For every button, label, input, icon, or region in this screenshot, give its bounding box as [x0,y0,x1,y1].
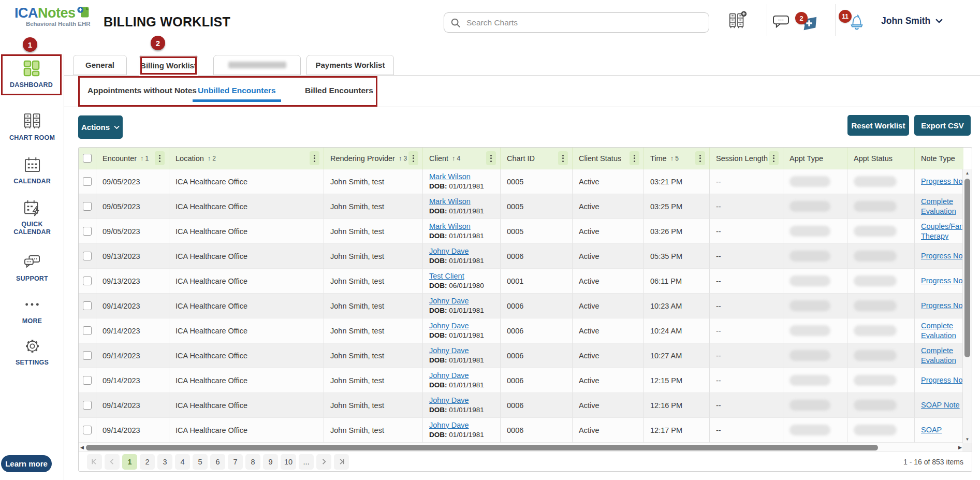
column-header-time[interactable]: Time ↑5 [644,148,710,169]
scroll-down-icon[interactable]: ▼ [963,437,972,442]
client-link[interactable]: Mark Wilson [429,222,471,231]
note-type-link[interactable]: Progress Note [921,375,963,385]
client-link[interactable]: Johny Dave [429,296,469,306]
sidebar-item-dashboard[interactable]: DASHBOARD [1,54,62,95]
client-link[interactable]: Johny Dave [429,321,469,331]
scroll-left-icon[interactable]: ◀ [80,445,84,450]
note-type-link[interactable]: Complete Evaluation [921,197,963,216]
row-checkbox[interactable] [83,426,92,434]
client-link[interactable]: Mark Wilson [429,197,471,207]
column-menu-icon[interactable] [310,151,319,165]
page-button-3[interactable]: 3 [157,454,172,470]
subtab-unbilled-encounters[interactable]: Unbilled Encounters [193,76,281,105]
vertical-scrollbar[interactable]: ▲ ▼ [962,169,972,443]
column-header-appt-status[interactable]: Appt Status [847,148,915,169]
row-checkbox[interactable] [83,252,92,260]
row-checkbox[interactable] [83,376,92,385]
note-type-link[interactable]: SOAP [921,425,942,435]
sidebar-item-chart-room[interactable]: CHART ROOM [0,108,64,149]
new-chart-button[interactable] [728,10,748,33]
column-header-client[interactable]: Client ↑4 [423,148,501,169]
note-type-link[interactable]: Complete Evaluation [921,346,963,366]
column-menu-icon[interactable] [558,151,568,165]
reset-worklist-button[interactable]: Reset Worklist [847,115,909,136]
column-header-appt-type[interactable]: Appt Type [783,148,847,169]
vertical-scroll-thumb[interactable] [964,179,970,357]
client-link[interactable]: Johny Dave [429,420,469,430]
sidebar-item-quick-calendar[interactable]: QUICK CALENDAR [0,195,64,236]
page-button-4[interactable]: 4 [175,454,190,470]
row-checkbox[interactable] [83,326,92,335]
user-menu[interactable]: John Smith [881,16,943,26]
client-link[interactable]: Mark Wilson [429,172,471,182]
search-input[interactable] [465,18,703,28]
page-button-6[interactable]: 6 [210,454,225,470]
app-logo[interactable]: ICANotes Behavioral Health EHR [14,6,91,27]
note-type-link[interactable]: Couples/Fam Therapy [921,222,963,241]
horizontal-scrollbar[interactable]: ◀ ▶ [79,443,963,452]
next-page-button[interactable] [316,454,331,470]
row-checkbox[interactable] [83,301,92,310]
column-menu-icon[interactable] [695,151,705,165]
column-header-location[interactable]: Location ↑2 [169,148,324,169]
tab-payments-worklist[interactable]: Payments Worklist [306,55,394,75]
column-menu-icon[interactable] [769,151,779,165]
column-menu-icon[interactable] [155,151,165,165]
client-link[interactable]: Johny Dave [429,246,469,256]
scroll-right-icon[interactable]: ▶ [958,445,962,450]
sidebar-item-more[interactable]: MORE [0,291,64,332]
note-type-link[interactable]: Progress Note [921,177,963,186]
actions-button[interactable]: Actions [78,115,123,139]
client-link[interactable]: Johny Dave [429,396,469,405]
sidebar-item-calendar[interactable]: CALENDAR [0,151,64,193]
last-page-button[interactable] [334,454,349,470]
row-checkbox[interactable] [83,277,92,285]
tab-general[interactable]: General [73,55,127,75]
subtab-appointments-without-notes[interactable]: Appointments without Notes [82,76,202,105]
messages-button[interactable] [772,14,789,31]
column-header-note-type[interactable]: Note Type [915,148,963,169]
search-bar[interactable] [444,12,709,33]
first-page-button[interactable] [87,454,102,470]
page-button-1[interactable]: 1 [122,454,137,470]
page-button-2[interactable]: 2 [140,454,155,470]
client-link[interactable]: Johny Dave [429,346,469,356]
page-button-8[interactable]: 8 [245,454,260,470]
sidebar-item-support[interactable]: SUPPORT [0,249,64,290]
page-button-9[interactable]: 9 [263,454,278,470]
select-all-checkbox[interactable] [83,154,92,163]
page-button-7[interactable]: 7 [228,454,243,470]
note-type-link[interactable]: Progress Note [921,276,963,286]
row-checkbox[interactable] [83,227,92,236]
note-type-link[interactable]: Progress Note [921,301,963,311]
note-type-link[interactable]: SOAP Note [921,400,960,410]
note-type-link[interactable]: Complete Evaluation [921,321,963,341]
learn-more-button[interactable]: Learn more [1,455,52,472]
page-button-10[interactable]: 10 [281,454,296,470]
column-header-session-length[interactable]: Session Length [710,148,783,169]
export-csv-button[interactable]: Export CSV [914,115,971,136]
previous-page-button[interactable] [105,454,120,470]
column-header-client-status[interactable]: Client Status [573,148,644,169]
column-menu-icon[interactable] [486,151,496,165]
note-type-link[interactable]: Progress Note [921,251,963,261]
page-button-5[interactable]: 5 [193,454,208,470]
column-menu-icon[interactable] [408,151,418,165]
row-checkbox[interactable] [83,202,92,211]
client-link[interactable]: Test Client [429,271,464,281]
row-checkbox[interactable] [83,177,92,186]
tab-redacted[interactable] [213,55,301,75]
page-ellipsis-button[interactable]: ... [299,454,314,470]
column-menu-icon[interactable] [630,151,639,165]
tab-billing-worklist[interactable]: Billing Worklist [139,55,198,76]
horizontal-scroll-thumb[interactable] [86,445,878,450]
subtab-billed-encounters[interactable]: Billed Encounters [300,76,378,105]
sidebar-item-settings[interactable]: SETTINGS [0,332,64,374]
row-checkbox[interactable] [83,401,92,410]
column-header-rendering-provider[interactable]: Rendering Provider ↑3 [324,148,423,169]
client-link[interactable]: Johny Dave [429,371,469,381]
row-checkbox[interactable] [83,351,92,360]
scroll-up-icon[interactable]: ▲ [963,171,972,176]
column-header-encounter[interactable]: Encounter ↑1 [96,148,169,169]
column-header-chart-id[interactable]: Chart ID [501,148,573,169]
